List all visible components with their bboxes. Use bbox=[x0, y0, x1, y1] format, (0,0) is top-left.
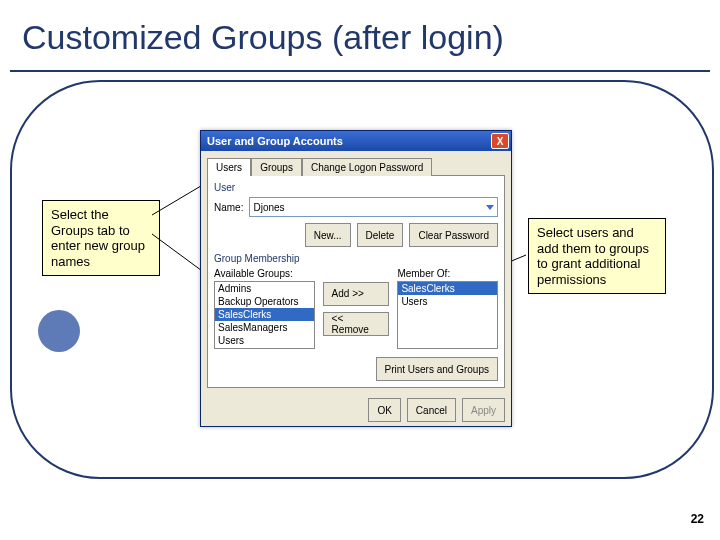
tab-groups[interactable]: Groups bbox=[251, 158, 302, 176]
slide-title: Customized Groups (after login) bbox=[22, 18, 504, 57]
apply-button[interactable]: Apply bbox=[462, 398, 505, 422]
name-combobox[interactable]: Djones bbox=[249, 197, 498, 217]
list-item[interactable]: Admins bbox=[215, 282, 314, 295]
member-of-label: Member Of: bbox=[397, 268, 498, 279]
dialog-title: User and Group Accounts bbox=[207, 135, 343, 147]
list-item[interactable]: Users bbox=[398, 295, 497, 308]
member-of-listbox[interactable]: SalesClerks Users bbox=[397, 281, 498, 349]
list-item[interactable]: Backup Operators bbox=[215, 295, 314, 308]
new-button[interactable]: New... bbox=[305, 223, 351, 247]
add-button[interactable]: Add >> bbox=[323, 282, 390, 306]
title-divider bbox=[10, 70, 710, 72]
tab-panel-users: User Name: Djones New... Delete Clear Pa… bbox=[207, 175, 505, 388]
list-item[interactable]: SalesManagers bbox=[215, 321, 314, 334]
list-item[interactable]: SalesClerks bbox=[215, 308, 314, 321]
ok-button[interactable]: OK bbox=[368, 398, 400, 422]
clear-password-button[interactable]: Clear Password bbox=[409, 223, 498, 247]
available-groups-listbox[interactable]: Admins Backup Operators SalesClerks Sale… bbox=[214, 281, 315, 349]
dialog-titlebar[interactable]: User and Group Accounts X bbox=[201, 131, 511, 151]
tab-change-password[interactable]: Change Logon Password bbox=[302, 158, 432, 176]
available-groups-label: Available Groups: bbox=[214, 268, 315, 279]
callout-groups-tab: Select the Groups tab to enter new group… bbox=[42, 200, 160, 276]
name-label: Name: bbox=[214, 202, 243, 213]
slide-frame-accent bbox=[38, 310, 80, 352]
delete-button[interactable]: Delete bbox=[357, 223, 404, 247]
tab-users[interactable]: Users bbox=[207, 158, 251, 176]
page-number: 22 bbox=[691, 512, 704, 526]
callout-add-users: Select users and add them to groups to g… bbox=[528, 218, 666, 294]
user-group-accounts-dialog: User and Group Accounts X Users Groups C… bbox=[200, 130, 512, 427]
list-item[interactable]: Users bbox=[215, 334, 314, 347]
list-item[interactable]: SalesClerks bbox=[398, 282, 497, 295]
dialog-tabs: Users Groups Change Logon Password bbox=[207, 157, 505, 175]
user-section-label: User bbox=[214, 182, 498, 193]
remove-button[interactable]: << Remove bbox=[323, 312, 390, 336]
cancel-button[interactable]: Cancel bbox=[407, 398, 456, 422]
print-users-groups-button[interactable]: Print Users and Groups bbox=[376, 357, 499, 381]
group-membership-label: Group Membership bbox=[214, 253, 498, 264]
close-icon[interactable]: X bbox=[491, 133, 509, 149]
chevron-down-icon[interactable] bbox=[486, 205, 494, 210]
name-value: Djones bbox=[253, 202, 284, 213]
dialog-button-row: OK Cancel Apply bbox=[201, 394, 511, 426]
